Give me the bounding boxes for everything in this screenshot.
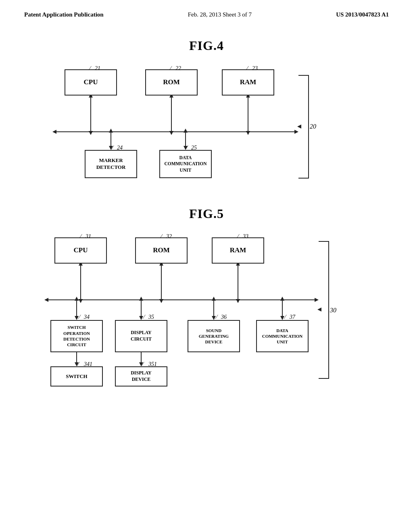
svg-marker-21 — [315, 298, 319, 302]
fig5-title: FIG.5 — [0, 206, 413, 221]
fig4-rom-ref: 22 — [175, 65, 181, 72]
fig4-rom-box: ROM — [145, 69, 198, 96]
svg-marker-8 — [169, 131, 173, 135]
svg-marker-11 — [246, 131, 250, 135]
header-left: Patent Application Publication — [24, 11, 104, 18]
fig5-rom-box: ROM — [135, 237, 188, 264]
fig4-marker-box: MARKERDETECTOR — [85, 150, 137, 178]
fig5-displaycirc-ref: 35 — [148, 314, 154, 320]
fig4-diagram: CPU 21 ∕ ROM 22 ∕ RAM 23 ∕ MARKERDETECTO… — [32, 61, 323, 186]
fig5-sound-box: SOUNDGENERATINGDEVICE — [188, 320, 240, 352]
svg-marker-1 — [52, 130, 56, 134]
fig5-switchop-ref: 34 — [84, 314, 90, 320]
fig5-switch-ref: 341 — [84, 361, 92, 368]
fig5-cpu-box: CPU — [54, 237, 107, 264]
svg-marker-39 — [212, 297, 216, 301]
fig4-datacomm-box: DATACOMMUNICATIONUNIT — [159, 150, 212, 178]
fig5-cpu-ref: 31 — [86, 233, 91, 240]
svg-marker-17 — [184, 129, 188, 133]
fig4-section: FIG.4 — [0, 38, 413, 186]
svg-marker-5 — [89, 131, 93, 135]
svg-marker-32 — [75, 316, 79, 320]
svg-marker-36 — [139, 297, 143, 301]
fig5-ram-box: RAM — [212, 237, 264, 264]
svg-marker-30 — [236, 299, 240, 303]
fig5-switchop-box: SWITCHOPERATIONDETECTIONCIRCUIT — [50, 320, 103, 352]
fig4-cpu-ref: 21 — [95, 65, 100, 72]
fig5-datacomm-box: DATACOMMUNICATIONUNIT — [256, 320, 309, 352]
fig4-ram-box: RAM — [222, 69, 274, 96]
fig5-rom-ref: 32 — [166, 233, 172, 240]
fig5-displaydev-ref: 351 — [148, 361, 157, 368]
svg-marker-20 — [44, 298, 48, 302]
header-right: US 2013/0047823 A1 — [336, 11, 389, 18]
svg-marker-38 — [212, 316, 216, 320]
fig4-datacomm-ref: 25 — [191, 145, 197, 151]
fig4-system-ref: 20 — [310, 123, 316, 130]
fig4-marker-ref: 24 — [117, 145, 123, 151]
fig5-system-ref: 30 — [330, 307, 336, 314]
svg-marker-33 — [75, 297, 79, 301]
fig5-diagram: CPU 31 ∕ ROM 32 ∕ RAM 33 ∕ SWITCHOPERATI… — [24, 229, 347, 391]
fig5-sound-ref: 36 — [221, 314, 227, 320]
fig5-section: FIG.5 — [0, 206, 413, 391]
page-header: Patent Application Publication Feb. 28, … — [0, 0, 413, 18]
fig5-ram-ref: 33 — [243, 233, 248, 240]
fig4-title: FIG.4 — [0, 38, 413, 53]
svg-marker-41 — [280, 316, 284, 320]
svg-marker-42 — [280, 297, 284, 301]
svg-marker-18 — [297, 125, 301, 129]
svg-marker-47 — [317, 308, 321, 312]
svg-marker-2 — [294, 130, 298, 134]
fig5-datacomm-ref: 37 — [290, 314, 295, 320]
fig5-displaycirc-box: DISPLAYCIRCUIT — [115, 320, 167, 352]
fig4-ram-ref: 23 — [252, 65, 258, 72]
fig5-displaydev-box: DISPLAYDEVICE — [115, 366, 167, 387]
svg-marker-24 — [79, 299, 83, 303]
fig5-switch-box: SWITCH — [50, 366, 103, 387]
svg-marker-35 — [139, 316, 143, 320]
header-center: Feb. 28, 2013 Sheet 3 of 7 — [188, 11, 252, 18]
fig4-cpu-box: CPU — [65, 69, 117, 96]
svg-marker-27 — [159, 299, 163, 303]
svg-marker-14 — [109, 129, 113, 133]
